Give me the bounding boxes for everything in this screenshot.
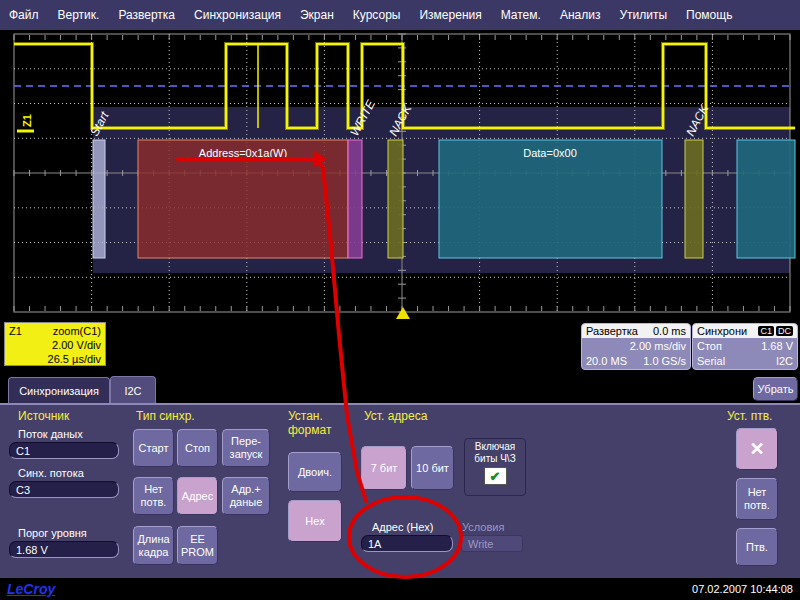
decode-write-box xyxy=(348,140,362,258)
include-rw-bits-panel: Включая биты Ч\З ✔ xyxy=(464,438,526,496)
trigger-source-badge: C1 xyxy=(758,326,774,336)
addr-10bit-button[interactable]: 10 бит xyxy=(411,446,454,490)
trig-stop-button[interactable]: Стоп xyxy=(177,429,218,467)
timebase-tdiv: 2.00 ms/div xyxy=(630,340,686,352)
ack-ack-button[interactable]: Птв. xyxy=(736,528,778,566)
decode-data2-box xyxy=(737,140,795,258)
tab-i2c[interactable]: I2C xyxy=(110,376,156,404)
decode-address-label: Address=0x1a(W) xyxy=(199,147,287,159)
include-rw-bits-label: Включая биты Ч\З xyxy=(465,441,525,465)
trigger-summary[interactable]: Синхрони C1 DC Стоп 1.68 V Serial I2C xyxy=(692,323,798,370)
timebase-offset: 0.0 ms xyxy=(653,325,686,337)
timebase-rate: 1.0 GS/s xyxy=(643,355,686,367)
trig-noack-button[interactable]: Нет потв. xyxy=(133,477,174,515)
menu-measure[interactable]: Измерения xyxy=(419,8,481,22)
format-panel-title: Устан. формат xyxy=(288,409,346,437)
decode-nack2-box xyxy=(685,140,703,258)
format-binary-button[interactable]: Двоич. xyxy=(288,452,342,492)
ack-noack-button[interactable]: Нет потв. xyxy=(736,478,778,520)
trig-addrdata-button[interactable]: Адр.+ даные xyxy=(222,477,270,515)
decode-nack1-box xyxy=(388,140,403,258)
remove-dialog-button[interactable]: Убрать xyxy=(753,377,798,401)
z1-tdiv: 26.5 µs/div xyxy=(9,352,101,366)
datetime: 07.02.2007 10:44:08 xyxy=(692,583,793,595)
trig-address-button[interactable]: Адрес xyxy=(177,477,218,515)
menu-file[interactable]: Файл xyxy=(9,8,39,22)
z1-side-label: Z1 xyxy=(21,114,33,127)
ack-panel-title: Уст. птв. xyxy=(727,409,772,423)
trig-restart-button[interactable]: Пере-запуск xyxy=(222,429,270,467)
menu-utilities[interactable]: Утилиты xyxy=(619,8,667,22)
trigger-title: Синхрони xyxy=(697,325,747,337)
threshold-field[interactable]: 1.68 V xyxy=(9,541,119,558)
timebase-title: Развертка xyxy=(586,325,638,337)
menubar: Файл Вертик. Развертка Синхронизация Экр… xyxy=(0,0,800,30)
trig-type-panel-title: Тип синхр. xyxy=(136,409,195,423)
trig-start-button[interactable]: Старт xyxy=(133,429,174,467)
trigger-position-marker[interactable] xyxy=(396,307,410,319)
format-hex-button[interactable]: Hex xyxy=(288,500,342,542)
source-panel-title: Источник xyxy=(18,409,69,423)
z1-function: zoom(C1) xyxy=(53,324,101,338)
trigger-mode: Стоп xyxy=(697,340,722,352)
ack-any-button[interactable]: ✕ xyxy=(736,428,778,470)
trigger-serial-value: I2C xyxy=(776,355,793,367)
menu-help[interactable]: Помощь xyxy=(686,8,732,22)
data-stream-field[interactable]: C1 xyxy=(9,442,119,459)
menu-timebase[interactable]: Развертка xyxy=(118,8,175,22)
i2c-decode-boxes: Address=0x1a(W) Data=0x00 xyxy=(93,140,795,258)
timebase-samples: 20.0 MS xyxy=(586,355,627,367)
checkbox-checked-icon: ✔ xyxy=(490,469,501,484)
trig-framelen-button[interactable]: Длина кадра xyxy=(133,526,174,565)
clock-stream-field[interactable]: C3 xyxy=(9,481,119,498)
trigger-serial-label: Serial xyxy=(697,355,725,367)
address-panel-title: Уст. адреса xyxy=(364,409,427,423)
data-stream-label: Поток даных xyxy=(18,428,83,440)
lecroy-logo: LeCroy xyxy=(7,581,55,597)
address-hex-field[interactable]: 1A xyxy=(361,535,453,552)
include-rw-bits-checkbox[interactable]: ✔ xyxy=(484,467,507,485)
waveform-display: Address=0x1a(W) Data=0x00 Start WRITE NA… xyxy=(0,0,800,330)
status-bar: LeCroy 07.02.2007 10:44:08 xyxy=(0,578,800,600)
menu-vertical[interactable]: Вертик. xyxy=(58,8,100,22)
menu-trigger[interactable]: Синхронизация xyxy=(194,8,281,22)
decode-data-label: Data=0x00 xyxy=(523,147,577,159)
addr-7bit-button[interactable]: 7 бит xyxy=(361,446,407,490)
x-icon: ✕ xyxy=(749,439,764,460)
menu-display[interactable]: Экран xyxy=(300,8,334,22)
condition-label: Условия xyxy=(462,521,504,533)
z1-trace-descriptor[interactable]: Z1 zoom(C1) 2.00 V/div 26.5 µs/div xyxy=(4,322,106,366)
z1-vdiv: 2.00 V/div xyxy=(9,338,101,352)
oscilloscope-screen: Address=0x1a(W) Data=0x00 Start WRITE NA… xyxy=(0,0,800,600)
trigger-level: 1.68 V xyxy=(761,340,793,352)
trig-eeprom-button[interactable]: EE PROM xyxy=(177,526,218,565)
menu-math[interactable]: Матем. xyxy=(501,8,541,22)
threshold-label: Порог уровня xyxy=(18,527,87,539)
clock-stream-label: Синх. потока xyxy=(18,467,84,479)
menu-analysis[interactable]: Анализ xyxy=(560,8,601,22)
z1-name: Z1 xyxy=(9,324,22,338)
trigger-coupling-badge: DC xyxy=(776,326,793,336)
timebase-summary[interactable]: Развертка 0.0 ms 2.00 ms/div 20.0 MS 1.0… xyxy=(581,323,691,370)
menu-cursors[interactable]: Курсоры xyxy=(353,8,401,22)
decode-start-box xyxy=(93,140,105,258)
address-hex-label: Адрес (Hex) xyxy=(372,521,433,533)
condition-field: Write xyxy=(461,535,523,552)
tab-trigger[interactable]: Синхронизация xyxy=(8,377,110,404)
